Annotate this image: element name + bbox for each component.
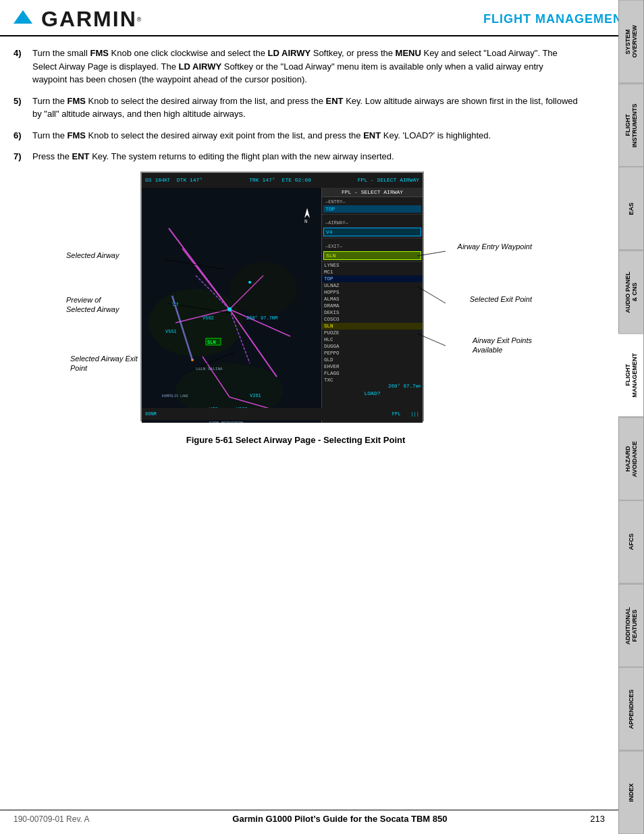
page-header: GARMIN® FLIGHT MANAGEMENT	[0, 0, 644, 36]
footer-bar: |||	[410, 411, 419, 417]
wp-mc1: MC1	[322, 269, 423, 276]
wp-flagg: FLAGG	[322, 370, 423, 377]
callout-selected-exit: Selected Airway ExitPoint	[70, 354, 138, 373]
entry-value: TOP	[323, 205, 421, 213]
step-7-num: 7)	[14, 150, 32, 163]
callout-preview: Preview ofSelected Airway	[66, 295, 119, 315]
entry-label: —ENTRY—	[325, 199, 345, 205]
wp-ulnaz: ULNAZ	[322, 282, 423, 289]
fpl-panel-title: FPL - SELECT AIRWAY	[322, 188, 423, 197]
main-content: 4) Turn the small FMS Knob one click clo…	[0, 36, 618, 455]
svg-text:V582: V582	[203, 315, 214, 321]
wp-dekis: DEKIS	[322, 309, 423, 316]
svg-text:SLN: SLN	[207, 340, 216, 345]
tab-system-overview[interactable]: SYSTEMOVERVIEW	[618, 0, 644, 84]
footer-guide-title: Garmin G1000 Pilot’s Guide for the Socat…	[232, 814, 447, 824]
svg-point-22	[248, 281, 251, 284]
wp-top: TOP	[322, 276, 423, 282]
map-svg: V4 V551 V582 V261 V79 V582	[142, 188, 323, 423]
svg-text:N: N	[304, 219, 307, 224]
wp-sln: SLN	[322, 323, 423, 330]
svg-text:260° 97.7NM: 260° 97.7NM	[246, 315, 277, 321]
wp-almas: ALMAS	[322, 296, 423, 303]
wp-ehver: EHVER	[322, 363, 423, 370]
waypoint-list: LYNES MC1 TOP ULNAZ HOPPS ALMAS DRAMA DE…	[322, 262, 423, 384]
tab-flight-management[interactable]: FLIGHTMANAGEMENT	[618, 334, 644, 417]
wp-dugga: DUGGA	[322, 343, 423, 350]
load-prompt: LOAD?	[322, 389, 423, 398]
avionics-header-bar: GS 184KT DTK 147° TRK 147° ETE 02:09 FPL…	[142, 173, 423, 188]
svg-point-20	[227, 307, 232, 311]
trk-display: TRK 147°	[249, 177, 275, 183]
wp-drama: DRAMA	[322, 303, 423, 309]
tab-audio-panel[interactable]: AUDIO PANEL& CNS	[618, 251, 644, 334]
callout-airway-exit-points: Airway Exit PointsAvailable	[473, 336, 532, 355]
step-4-text: Turn the small FMS Knob one click clockw…	[32, 47, 578, 86]
wp-gld: GLD	[322, 357, 423, 363]
callout-airway-entry: Airway Entry Waypoint	[458, 242, 532, 251]
callout-selected-airway: Selected Airway	[66, 251, 119, 259]
wp-hlc: HLC	[322, 336, 423, 343]
step-6-num: 6)	[14, 129, 32, 142]
tab-afcs[interactable]: AFCS	[618, 500, 644, 584]
airway-value: V4	[323, 228, 421, 236]
fpl-panel: FPL - SELECT AIRWAY —ENTRY— TOP —AIRWAY—	[321, 188, 423, 423]
gs-display: GS 184KT	[145, 177, 170, 183]
tab-hazard-avoidance[interactable]: HAZARDAVOIDANCE	[618, 417, 644, 501]
entry-section: —ENTRY— TOP	[322, 197, 423, 215]
footer-doc-number: 190-00709-01 Rev. A	[14, 814, 90, 824]
svg-text:V551: V551	[165, 329, 177, 334]
garmin-triangle-icon	[14, 10, 32, 24]
page-footer: 190-00709-01 Rev. A Garmin G1000 Pilot’s…	[0, 810, 618, 827]
ete-display: ETE 02:09	[282, 177, 311, 183]
right-tab-bar: SYSTEMOVERVIEW FLIGHTINSTRUMENTS EAS AUD…	[618, 0, 644, 834]
step-7-text: Press the ENT Key. The system returns to…	[32, 150, 394, 163]
avionics-display: GS 184KT DTK 147° TRK 147° ETE 02:09 FPL…	[140, 172, 424, 428]
step-6-text: Turn the FMS Knob to select the desired …	[32, 129, 491, 142]
wp-cosco: COSCO	[322, 316, 423, 323]
distance-display: 260° 97.7NM	[322, 384, 423, 389]
svg-point-2	[230, 262, 297, 316]
avionics-footer: 80NM FPL |||	[142, 408, 423, 420]
exit-value: SLN	[323, 251, 421, 260]
footer-nm: 80NM	[145, 411, 157, 417]
map-area: CONCORDYA NORTH UP TFR NO DATA	[142, 188, 323, 423]
figure-container: GS 184KT DTK 147° TRK 147° ETE 02:09 FPL…	[59, 172, 532, 428]
logo-area: GARMIN®	[14, 7, 141, 32]
tab-eas[interactable]: EAS	[618, 167, 644, 251]
airway-section: —AIRWAY— V4	[322, 215, 423, 238]
wp-txc: TXC	[322, 377, 423, 384]
step-5: 5) Turn the FMS Knob to select the desir…	[14, 95, 578, 121]
wp-puoze: PUOZE	[322, 330, 423, 336]
step-4: 4) Turn the small FMS Knob one click clo…	[14, 47, 578, 86]
tab-appendices[interactable]: APPENDICES	[618, 667, 644, 751]
svg-text:V261: V261	[250, 393, 261, 398]
footer-fpl: FPL	[392, 411, 401, 417]
tab-flight-instruments[interactable]: FLIGHTINSTRUMENTS	[618, 84, 644, 167]
wp-hopps: HOPPS	[322, 289, 423, 296]
svg-text:KHPN MCPHERSON: KHPN MCPHERSON	[209, 421, 244, 423]
callout-selected-exit-point: Selected Exit Point	[470, 295, 532, 303]
exit-section: —EXIT— SLN	[322, 238, 423, 262]
footer-page-number: 213	[590, 814, 605, 824]
avionics-screen: GS 184KT DTK 147° TRK 147° ETE 02:09 FPL…	[140, 172, 424, 421]
step-4-num: 4)	[14, 47, 32, 86]
wp-peppo: PEPPO	[322, 350, 423, 357]
dtk-display: DTK 147°	[177, 177, 203, 183]
step-7: 7) Press the ENT Key. The system returns…	[14, 150, 578, 163]
fpl-title-display: FPL - SELECT AIRWAY	[358, 177, 419, 183]
wp-lynes: LYNES	[322, 262, 423, 269]
step-5-num: 5)	[14, 95, 32, 121]
exit-label: —EXIT—	[325, 244, 342, 249]
tab-additional-features[interactable]: ADDITIONALFEATURES	[618, 584, 644, 668]
step-5-text: Turn the FMS Knob to select the desired …	[32, 95, 578, 121]
garmin-logo: GARMIN	[41, 7, 137, 32]
svg-text:KSLN SALINA: KSLN SALINA	[196, 367, 223, 371]
svg-text:KAMPOLIS LAKE: KAMPOLIS LAKE	[162, 394, 188, 398]
tab-index[interactable]: INDEX	[618, 751, 644, 835]
step-6: 6) Turn the FMS Knob to select the desir…	[14, 129, 578, 142]
page-title: FLIGHT MANAGEMENT	[483, 12, 630, 26]
airway-label: —AIRWAY—	[325, 220, 348, 226]
figure-caption: Figure 5-61 Select Airway Page - Selecti…	[14, 435, 578, 445]
svg-point-1	[149, 289, 243, 357]
